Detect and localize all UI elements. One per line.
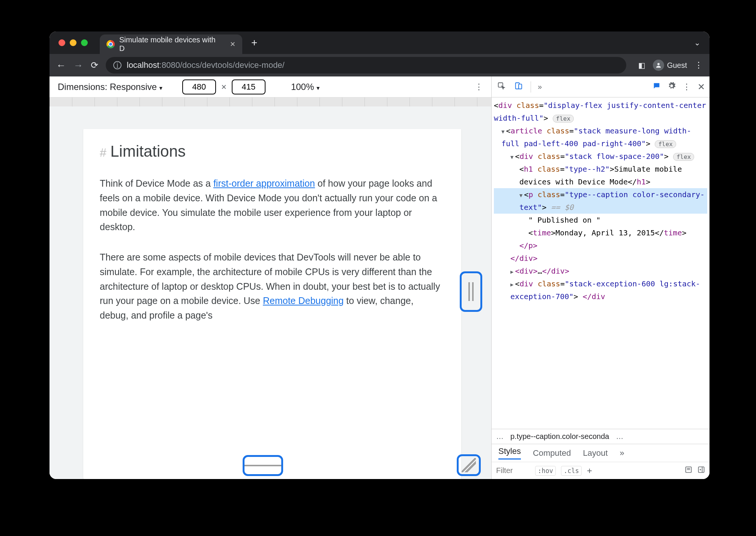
dimension-separator: × bbox=[221, 82, 226, 92]
width-input[interactable] bbox=[182, 79, 216, 94]
toggle-device-icon[interactable] bbox=[513, 82, 524, 92]
paragraph-1: Think of Device Mode as a first-order ap… bbox=[100, 176, 445, 234]
avatar-icon bbox=[653, 60, 664, 71]
page-heading-row: # Limitations bbox=[100, 142, 445, 160]
content-area: Dimensions: Responsive × 100% ⋮ # Limita… bbox=[50, 76, 710, 479]
side-panel-icon[interactable]: ◧ bbox=[638, 61, 645, 70]
title-bar: Simulate mobile devices with D ✕ + ⌄ bbox=[50, 31, 710, 54]
device-mode-panel: Dimensions: Responsive × 100% ⋮ # Limita… bbox=[50, 76, 491, 479]
settings-icon[interactable] bbox=[668, 82, 676, 92]
url-text: localhost:8080/docs/devtools/device-mode… bbox=[127, 60, 285, 70]
chrome-menu-icon[interactable]: ⋮ bbox=[694, 60, 703, 70]
breadcrumb-overflow-right[interactable]: … bbox=[616, 432, 623, 441]
element-close[interactable]: </p> bbox=[494, 239, 707, 252]
tab-overflow-icon[interactable]: » bbox=[620, 448, 624, 458]
profile-button[interactable]: Guest bbox=[653, 60, 687, 71]
resize-handle-corner[interactable] bbox=[457, 454, 481, 476]
page-heading: Limitations bbox=[110, 142, 186, 160]
fullscreen-window-icon[interactable] bbox=[81, 39, 88, 46]
flex-badge[interactable]: flex bbox=[553, 115, 574, 123]
resize-handle-bottom[interactable] bbox=[243, 455, 283, 476]
tab-computed[interactable]: Computed bbox=[533, 448, 571, 458]
separator bbox=[531, 81, 531, 93]
computed-sidebar-icon[interactable] bbox=[685, 466, 692, 475]
back-button[interactable]: ← bbox=[56, 60, 66, 71]
flex-badge[interactable]: flex bbox=[655, 140, 676, 148]
element-node[interactable]: <h1 class="type--h2">Simulate mobile dev… bbox=[494, 163, 707, 188]
element-node[interactable]: <time>Monday, April 13, 2015</time> bbox=[494, 226, 707, 239]
new-tab-button[interactable]: + bbox=[251, 37, 257, 49]
ruler bbox=[50, 97, 491, 106]
elements-breadcrumb[interactable]: … p.type--caption.color-seconda … bbox=[492, 429, 710, 444]
devtools-header: » ⋮ ✕ bbox=[492, 76, 710, 97]
heading-anchor-icon[interactable]: # bbox=[100, 146, 106, 159]
first-order-link[interactable]: first-order approximation bbox=[213, 178, 315, 189]
chrome-logo-icon bbox=[106, 40, 115, 48]
close-window-icon[interactable] bbox=[58, 39, 65, 46]
cls-toggle[interactable]: .cls bbox=[561, 466, 582, 476]
element-node-collapsed[interactable]: ▶<div class="stack-exception-600 lg:stac… bbox=[494, 277, 707, 303]
breadcrumb-current[interactable]: p.type--caption.color-seconda bbox=[510, 432, 609, 441]
element-text-node[interactable]: " Published on " bbox=[494, 214, 707, 226]
styles-tab-bar: Styles Computed Layout » bbox=[492, 444, 710, 462]
toggle-sidebar-icon[interactable] bbox=[698, 466, 705, 475]
elements-tree[interactable]: <div class="display-flex justify-content… bbox=[492, 97, 710, 429]
breadcrumb-overflow-left[interactable]: … bbox=[496, 432, 504, 441]
zoom-dropdown[interactable]: 100% bbox=[291, 82, 321, 92]
element-node[interactable]: ▼<div class="stack flow-space-200"> flex bbox=[494, 150, 707, 163]
styles-filter-row: :hov .cls + bbox=[492, 462, 710, 479]
feedback-icon[interactable] bbox=[652, 82, 661, 92]
devtools-close-icon[interactable]: ✕ bbox=[698, 82, 705, 92]
panels-overflow-icon[interactable]: » bbox=[538, 82, 542, 91]
device-toolbar: Dimensions: Responsive × 100% ⋮ bbox=[50, 76, 491, 97]
svg-rect-3 bbox=[519, 84, 522, 89]
profile-label: Guest bbox=[667, 61, 687, 70]
forward-button: → bbox=[74, 60, 83, 71]
inspect-element-icon[interactable] bbox=[496, 82, 507, 92]
url-toolbar: ← → ⟳ i localhost:8080/docs/devtools/dev… bbox=[50, 54, 710, 76]
tab-styles[interactable]: Styles bbox=[498, 446, 521, 460]
svg-rect-7 bbox=[699, 467, 704, 473]
reload-button[interactable]: ⟳ bbox=[91, 60, 98, 70]
height-input[interactable] bbox=[232, 79, 266, 94]
element-node-collapsed[interactable]: ▶<div>…</div> bbox=[494, 265, 707, 277]
address-bar[interactable]: i localhost:8080/docs/devtools/device-mo… bbox=[106, 57, 626, 73]
flex-badge[interactable]: flex bbox=[673, 153, 694, 161]
close-tab-icon[interactable]: ✕ bbox=[230, 40, 236, 48]
devtools-menu-icon[interactable]: ⋮ bbox=[682, 82, 691, 92]
site-info-icon[interactable]: i bbox=[113, 61, 122, 69]
devtools-panel: » ⋮ ✕ <div class="display-flex justify-c… bbox=[491, 76, 710, 479]
rendered-page: # Limitations Think of Device Mode as a … bbox=[83, 129, 461, 479]
svg-point-0 bbox=[657, 63, 660, 65]
paragraph-2: There are some aspects of mobile devices… bbox=[100, 250, 445, 323]
styles-filter-input[interactable] bbox=[496, 466, 530, 475]
dimensions-dropdown[interactable]: Dimensions: Responsive bbox=[58, 82, 164, 92]
hov-toggle[interactable]: :hov bbox=[535, 466, 556, 476]
viewport-area: # Limitations Think of Device Mode as a … bbox=[50, 106, 491, 479]
new-style-rule-icon[interactable]: + bbox=[587, 466, 592, 476]
resize-handle-right[interactable] bbox=[460, 271, 482, 312]
remote-debugging-link[interactable]: Remote Debugging bbox=[263, 295, 344, 306]
element-node[interactable]: ▼<article class="stack measure-long widt… bbox=[494, 124, 707, 150]
traffic-lights bbox=[58, 39, 88, 46]
minimize-window-icon[interactable] bbox=[70, 39, 76, 46]
tabs-overflow-icon[interactable]: ⌄ bbox=[694, 38, 700, 47]
browser-tab[interactable]: Simulate mobile devices with D ✕ bbox=[100, 34, 242, 54]
element-node[interactable]: <div class="display-flex justify-content… bbox=[494, 99, 707, 124]
tab-layout[interactable]: Layout bbox=[583, 448, 608, 458]
element-node-selected[interactable]: ▼<p class="type--caption color-secondary… bbox=[494, 188, 707, 214]
device-toolbar-menu-icon[interactable]: ⋮ bbox=[475, 82, 483, 92]
browser-window: Simulate mobile devices with D ✕ + ⌄ ← →… bbox=[50, 31, 710, 479]
element-close[interactable]: </div> bbox=[494, 252, 707, 265]
tab-title: Simulate mobile devices with D bbox=[119, 36, 222, 53]
